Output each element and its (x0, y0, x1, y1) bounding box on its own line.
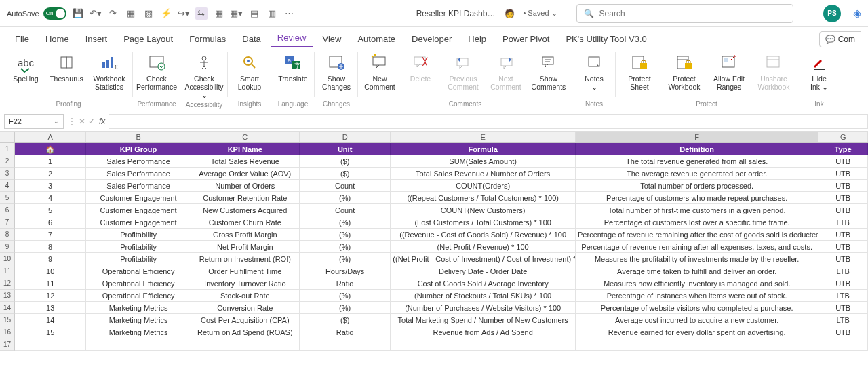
cell[interactable]: LTB (818, 314, 868, 326)
col-head-A[interactable]: A (15, 132, 87, 142)
search-input[interactable] (599, 9, 786, 18)
cell[interactable] (191, 338, 300, 351)
cell[interactable]: LTB (818, 290, 868, 302)
cell[interactable]: Operational Efficiency (86, 265, 191, 277)
cell[interactable]: Profitability (86, 253, 191, 265)
name-box[interactable]: F22 ⌄ (4, 114, 64, 129)
cell[interactable]: 11 (15, 277, 87, 290)
cell[interactable]: Percentage of instances when items were … (576, 290, 818, 302)
qat-icon-7[interactable]: ▦▾ (231, 7, 243, 20)
row-head[interactable]: 10 (0, 253, 15, 265)
tab-data[interactable]: Data (235, 31, 267, 47)
col-head-B[interactable]: B (86, 132, 191, 142)
row-head[interactable]: 9 (0, 241, 15, 253)
cell[interactable]: Order Fulfillment Time (191, 265, 300, 277)
tab-file[interactable]: File (8, 31, 36, 47)
tab-insert[interactable]: Insert (79, 31, 115, 47)
ribbon-check-button[interactable]: CheckPerformance (134, 50, 179, 93)
cell[interactable]: Profitability (86, 229, 191, 241)
cell[interactable]: Net Profit Margin (191, 241, 300, 253)
cell[interactable]: Gross Profit Margin (191, 229, 300, 241)
qat-icon-6[interactable]: ▦ (213, 7, 225, 20)
cell[interactable]: SUM(Sales Amount) (391, 155, 576, 168)
copilot-icon[interactable]: ◈ (853, 7, 861, 20)
tab-pk-s-utility-tool-v3-0[interactable]: PK's Utility Tool V3.0 (559, 31, 653, 47)
cell[interactable]: Percentage of revenue remaining after al… (576, 241, 818, 253)
cell[interactable]: COUNT(New Customers) (391, 204, 576, 216)
col-head-F[interactable]: F (576, 132, 818, 142)
cell[interactable]: Operational Efficiency (86, 290, 191, 302)
ribbon-show-button[interactable]: ShowComments (526, 50, 571, 93)
cell[interactable]: Customer Engagement (86, 204, 191, 216)
row-head[interactable]: 4 (0, 180, 15, 192)
cell[interactable]: ((Revenue - Cost of Goods Sold) / Revenu… (391, 229, 576, 241)
row-head[interactable]: 3 (0, 168, 15, 180)
cell[interactable]: COUNT(Orders) (391, 180, 576, 192)
col-head-D[interactable]: D (300, 132, 391, 142)
cell[interactable]: The average revenue generated per order. (576, 168, 818, 180)
cell[interactable]: Profitability (86, 241, 191, 253)
col-head-E[interactable]: E (391, 132, 576, 142)
formula-input[interactable] (109, 114, 868, 129)
tab-view[interactable]: View (315, 31, 348, 47)
spreadsheet-grid[interactable]: A B C D E F G 1🏠KPI GroupKPI NameUnitFor… (0, 132, 868, 351)
cell[interactable]: 7 (15, 229, 87, 241)
cell[interactable]: (Lost Customers / Total Customers) * 100 (391, 216, 576, 229)
cell[interactable]: 12 (15, 290, 87, 302)
cell[interactable]: UTB (818, 326, 868, 338)
cell[interactable]: Total Sales Revenue (191, 155, 300, 168)
cell[interactable] (576, 338, 818, 351)
row-head[interactable]: 1 (0, 143, 15, 155)
cell[interactable]: Customer Engagement (86, 216, 191, 229)
save-icon[interactable]: 💾 (72, 7, 84, 20)
cell[interactable] (15, 338, 87, 351)
cell[interactable]: LTB (818, 265, 868, 277)
cell[interactable]: (%) (300, 302, 391, 314)
row-head[interactable]: 2 (0, 155, 15, 168)
ribbon-thesaurus-button[interactable]: Thesaurus (46, 50, 87, 85)
cell[interactable]: Customer Churn Rate (191, 216, 300, 229)
cell[interactable]: UTB (818, 241, 868, 253)
cell[interactable]: Revenue earned for every dollar spent on… (576, 326, 818, 338)
cell[interactable]: Percentage of revenue remaining after th… (576, 229, 818, 241)
cell[interactable]: Number of Orders (191, 180, 300, 192)
cell[interactable]: (Number of Purchases / Website Visitors)… (391, 302, 576, 314)
cell[interactable]: Count (300, 180, 391, 192)
cell[interactable]: 3 (15, 180, 87, 192)
cell[interactable] (391, 338, 576, 351)
cell[interactable]: Revenue from Ads / Ad Spend (391, 326, 576, 338)
cell[interactable]: UTB (818, 204, 868, 216)
cell[interactable]: UTB (818, 229, 868, 241)
cell[interactable]: Sales Performance (86, 168, 191, 180)
cell[interactable]: 8 (15, 241, 87, 253)
ribbon-translate-button[interactable]: a字Translate (273, 50, 313, 85)
cell[interactable]: UTB (818, 302, 868, 314)
toggle-switch[interactable]: On (43, 7, 66, 20)
ribbon-workbook-button[interactable]: 123WorkbookStatistics (87, 50, 132, 93)
select-all-corner[interactable] (0, 132, 15, 142)
cell[interactable]: Definition (576, 143, 818, 155)
qat-more-icon[interactable]: ⋯ (283, 7, 296, 20)
cell[interactable]: Ratio (300, 326, 391, 338)
cell[interactable]: Hours/Days (300, 265, 391, 277)
cell[interactable]: UTB (818, 277, 868, 290)
cell[interactable]: ((Net Profit - Cost of Investment) / Cos… (391, 253, 576, 265)
cell[interactable]: Average time taken to fulfill and delive… (576, 265, 818, 277)
qat-icon-9[interactable]: ▥ (266, 7, 278, 20)
redo-icon[interactable]: ↷ (107, 7, 119, 20)
cell[interactable] (86, 338, 191, 351)
ribbon-spelling-button[interactable]: abcSpelling (5, 50, 46, 85)
cell[interactable]: Ratio (300, 277, 391, 290)
cell[interactable]: UTB (818, 155, 868, 168)
cell[interactable]: (%) (300, 229, 391, 241)
cell[interactable]: Sales Performance (86, 155, 191, 168)
cell[interactable] (300, 338, 391, 351)
ribbon-show-button[interactable]: ShowChanges (316, 50, 357, 93)
ribbon-new-button[interactable]: NewComment (359, 50, 400, 93)
cell[interactable]: Inventory Turnover Ratio (191, 277, 300, 290)
cell[interactable]: KPI Group (86, 143, 191, 155)
tab-home[interactable]: Home (39, 31, 76, 47)
ribbon-hide-button[interactable]: HideInk ⌄ (799, 50, 840, 93)
cell[interactable]: 10 (15, 265, 87, 277)
search-box[interactable]: 🔍 (576, 4, 793, 23)
